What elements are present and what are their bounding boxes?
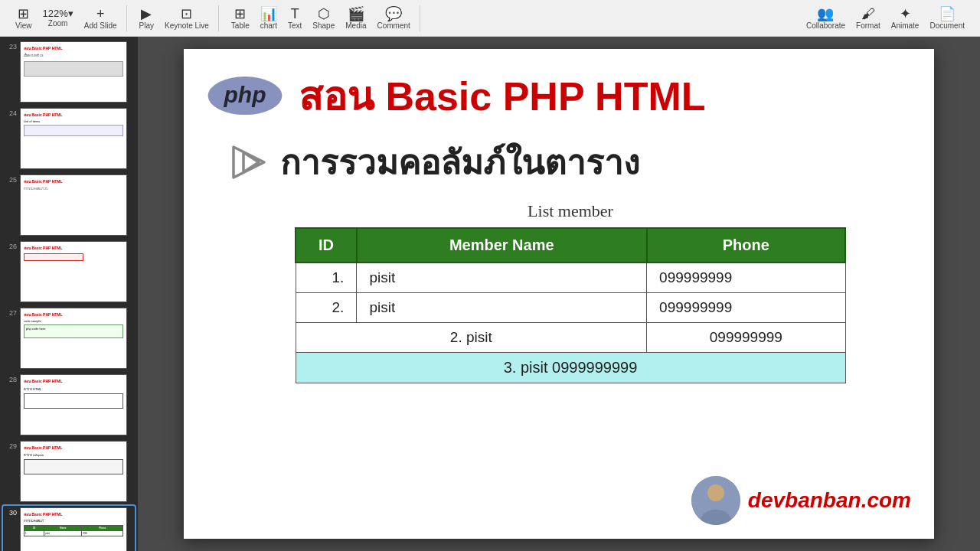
cell-phone-3: 099999999 (647, 323, 845, 353)
cell-name-1: pisit (357, 262, 647, 293)
branding: devbanban.com (691, 476, 911, 525)
right-tools-group: 👥 Collaborate 🖌 Format ✦ Animate 📄 Docum… (797, 5, 974, 31)
media-label: Media (345, 21, 366, 30)
view-group: ⊞ View 122%▾ Zoom + Add Slide (6, 5, 127, 31)
toolbar: ⊞ View 122%▾ Zoom + Add Slide ▶ Play ⊡ K… (0, 0, 980, 37)
text-button[interactable]: T Text (283, 5, 306, 31)
add-slide-icon: + (96, 7, 105, 21)
table-label: Table (231, 21, 250, 30)
media-button[interactable]: 🎬 Media (341, 5, 371, 31)
section-title: การรวมคอลัมภ์ในตาราง (280, 135, 639, 189)
animate-icon: ✦ (900, 7, 911, 21)
text-icon: T (291, 7, 299, 21)
slide-body: การรวมคอลัมภ์ในตาราง List member ID Memb… (184, 135, 934, 391)
slide-preview-24: สอน Basic PHP HTML List of items (20, 108, 127, 169)
slide-num-26: 26 (5, 243, 17, 250)
cell-id-1: 1. (296, 262, 357, 293)
slide-preview-23: สอน Basic PHP HTML เนื้อหาบทที่ 23 (20, 41, 127, 103)
slide-thumb-30[interactable]: 30 สอน Basic PHP HTML การรวมคอลัมภ์ IDNa… (3, 506, 135, 551)
table-row: 2. pisit 099999999 (296, 293, 845, 323)
slide-preview-26: สอน Basic PHP HTML (20, 241, 127, 302)
list-member-caption: List member (230, 201, 911, 221)
data-table: ID Member Name Phone 1. pisit 099999999 (295, 227, 846, 383)
zoom-icon: 122%▾ (43, 8, 74, 18)
table-row-full-merge: 3. pisit 0999999999 (296, 353, 845, 383)
table-row: 1. pisit 099999999 (296, 262, 845, 293)
slide-preview-30: สอน Basic PHP HTML การรวมคอลัมภ์ IDNameP… (20, 507, 127, 551)
view-button[interactable]: ⊞ View (11, 5, 37, 31)
animate-button[interactable]: ✦ Animate (887, 5, 924, 31)
slide-thumb-28[interactable]: 28 สอน Basic PHP HTML ตาราง HTML (3, 373, 135, 437)
php-logo: php (207, 75, 283, 117)
playback-group: ▶ Play ⊡ Keynote Live (130, 5, 219, 31)
collaborate-label: Collaborate (806, 21, 845, 30)
chart-icon: 📊 (260, 7, 277, 21)
shape-button[interactable]: ⬡ Shape (308, 5, 339, 31)
play-triangle-icon (230, 143, 268, 181)
cell-id-2: 2. (296, 293, 357, 323)
format-label: Format (856, 21, 880, 30)
cell-full-merged: 3. pisit 0999999999 (296, 353, 845, 383)
svg-text:php: php (224, 82, 266, 107)
play-label: Play (139, 21, 154, 30)
keynote-live-icon: ⊡ (181, 7, 192, 21)
view-icon: ⊞ (18, 7, 29, 21)
media-icon: 🎬 (348, 7, 364, 21)
add-slide-label: Add Slide (84, 21, 117, 30)
slide-thumb-27[interactable]: 27 สอน Basic PHP HTML code sample php co… (3, 306, 135, 370)
chart-button[interactable]: 📊 chart (256, 5, 282, 31)
main-area: 23 สอน Basic PHP HTML เนื้อหาบทที่ 23 24… (0, 37, 980, 551)
slide-num-28: 28 (5, 376, 17, 383)
collaborate-icon: 👥 (817, 7, 834, 21)
slide-thumb-26[interactable]: 26 สอน Basic PHP HTML (3, 240, 135, 304)
table-row-merged: 2. pisit 099999999 (296, 323, 845, 353)
format-icon: 🖌 (861, 7, 875, 21)
table-icon: ⊞ (234, 7, 246, 21)
comment-label: Comment (377, 21, 410, 30)
insert-group: ⊞ Table 📊 chart T Text ⬡ Shape 🎬 Media 💬… (222, 5, 420, 31)
animate-label: Animate (891, 21, 920, 30)
document-label: Document (929, 21, 965, 30)
zoom-label: Zoom (48, 19, 68, 28)
table-button[interactable]: ⊞ Table (227, 5, 254, 31)
add-slide-button[interactable]: + Add Slide (80, 5, 122, 31)
cell-name-2: pisit (357, 293, 647, 323)
cell-phone-1: 099999999 (647, 262, 845, 293)
avatar-image (691, 476, 740, 525)
slide-num-25: 25 (5, 176, 17, 184)
keynote-live-label: Keynote Live (165, 21, 209, 30)
canvas-area: php สอน Basic PHP HTML การรวมคอลัมภ์ในตา… (138, 37, 980, 551)
slide-title: สอน Basic PHP HTML (299, 64, 705, 128)
slide-canvas: php สอน Basic PHP HTML การรวมคอลัมภ์ในตา… (184, 49, 934, 539)
slide-thumb-25[interactable]: 25 สอน Basic PHP HTML การรวมคอลัมภ์ 25 (3, 173, 135, 237)
avatar (691, 476, 740, 525)
slide-thumb-24[interactable]: 24 สอน Basic PHP HTML List of items (3, 106, 135, 171)
slide-preview-28: สอน Basic PHP HTML ตาราง HTML (20, 374, 127, 435)
text-label: Text (288, 21, 302, 30)
slide-preview-25: สอน Basic PHP HTML การรวมคอลัมภ์ 25 (20, 174, 127, 236)
table-header-phone: Phone (647, 228, 845, 262)
comment-button[interactable]: 💬 Comment (373, 5, 415, 31)
slide-thumb-29[interactable]: 29 สอน Basic PHP HTML ตาราง colspan (3, 439, 135, 504)
document-icon: 📄 (939, 7, 956, 21)
cell-merged-id-name: 2. pisit (296, 323, 647, 353)
view-label: View (15, 21, 32, 30)
slide-num-30: 30 (5, 509, 17, 517)
play-button[interactable]: ▶ Play (135, 5, 158, 31)
section-heading: การรวมคอลัมภ์ในตาราง (230, 135, 911, 189)
slide-preview-29: สอน Basic PHP HTML ตาราง colspan (20, 441, 127, 502)
cell-phone-2: 099999999 (647, 293, 845, 323)
slide-preview-27: สอน Basic PHP HTML code sample php code … (20, 308, 127, 369)
slide-num-27: 27 (5, 309, 17, 317)
slide-thumb-23[interactable]: 23 สอน Basic PHP HTML เนื้อหาบทที่ 23 (3, 40, 135, 104)
play-icon: ▶ (141, 7, 152, 21)
zoom-button[interactable]: 122%▾ Zoom (38, 7, 78, 29)
collaborate-button[interactable]: 👥 Collaborate (802, 5, 850, 31)
chart-label: chart (260, 21, 277, 30)
table-header-name: Member Name (357, 228, 647, 262)
document-button[interactable]: 📄 Document (925, 5, 969, 31)
keynote-live-button[interactable]: ⊡ Keynote Live (160, 5, 214, 31)
slide-header: php สอน Basic PHP HTML (184, 49, 934, 135)
format-button[interactable]: 🖌 Format (851, 5, 885, 31)
slide-num-24: 24 (5, 109, 17, 117)
